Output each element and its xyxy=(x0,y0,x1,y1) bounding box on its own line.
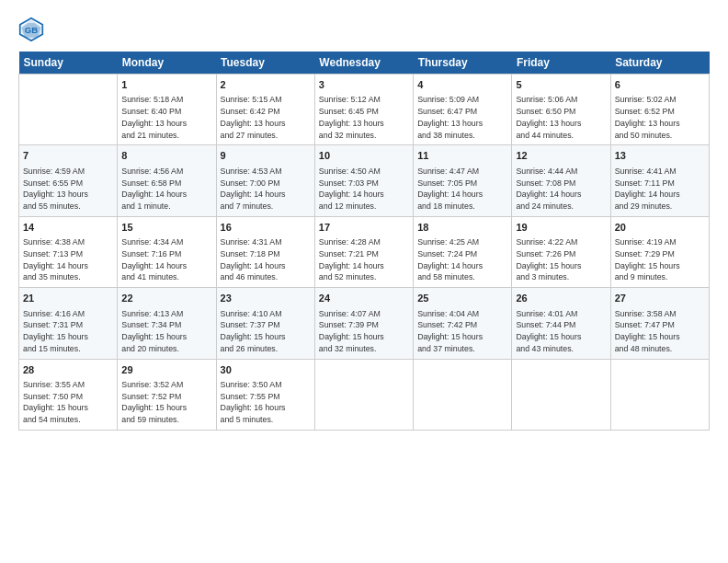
day-info: Sunrise: 4:01 AM Sunset: 7:44 PM Dayligh… xyxy=(516,308,606,355)
calendar-cell: 2Sunrise: 5:15 AM Sunset: 6:42 PM Daylig… xyxy=(216,75,314,145)
day-info: Sunrise: 5:15 AM Sunset: 6:42 PM Dayligh… xyxy=(221,94,311,141)
calendar-cell: 12Sunrise: 4:44 AM Sunset: 7:08 PM Dayli… xyxy=(512,145,610,216)
calendar-cell: 11Sunrise: 4:47 AM Sunset: 7:05 PM Dayli… xyxy=(414,145,512,216)
day-number: 23 xyxy=(221,292,311,305)
weekday-header-friday: Friday xyxy=(512,52,610,75)
calendar-cell: 18Sunrise: 4:25 AM Sunset: 7:24 PM Dayli… xyxy=(414,216,512,287)
svg-text:GB: GB xyxy=(25,25,38,35)
day-info: Sunrise: 4:53 AM Sunset: 7:00 PM Dayligh… xyxy=(221,166,311,213)
calendar-cell: 24Sunrise: 4:07 AM Sunset: 7:39 PM Dayli… xyxy=(314,288,413,359)
calendar-cell: 28Sunrise: 3:55 AM Sunset: 7:50 PM Dayli… xyxy=(19,359,118,430)
week-row-5: 28Sunrise: 3:55 AM Sunset: 7:50 PM Dayli… xyxy=(19,359,710,430)
day-number: 7 xyxy=(23,149,113,163)
calendar-table: SundayMondayTuesdayWednesdayThursdayFrid… xyxy=(18,52,710,431)
day-info: Sunrise: 4:34 AM Sunset: 7:16 PM Dayligh… xyxy=(121,236,211,283)
day-info: Sunrise: 5:06 AM Sunset: 6:50 PM Dayligh… xyxy=(516,94,606,141)
calendar-cell: 4Sunrise: 5:09 AM Sunset: 6:47 PM Daylig… xyxy=(414,75,512,145)
week-row-1: 1Sunrise: 5:18 AM Sunset: 6:40 PM Daylig… xyxy=(19,75,710,145)
logo-icon: GB xyxy=(18,17,44,42)
calendar-cell: 13Sunrise: 4:41 AM Sunset: 7:11 PM Dayli… xyxy=(610,145,709,216)
day-info: Sunrise: 3:55 AM Sunset: 7:50 PM Dayligh… xyxy=(23,379,113,426)
calendar-cell: 1Sunrise: 5:18 AM Sunset: 6:40 PM Daylig… xyxy=(118,75,216,145)
day-info: Sunrise: 4:41 AM Sunset: 7:11 PM Dayligh… xyxy=(615,166,705,213)
day-number: 24 xyxy=(319,292,409,305)
day-info: Sunrise: 4:19 AM Sunset: 7:29 PM Dayligh… xyxy=(615,236,705,283)
day-info: Sunrise: 4:22 AM Sunset: 7:26 PM Dayligh… xyxy=(516,236,606,283)
day-number: 13 xyxy=(615,149,705,163)
weekday-header-tuesday: Tuesday xyxy=(216,52,314,75)
day-info: Sunrise: 4:04 AM Sunset: 7:42 PM Dayligh… xyxy=(417,308,507,355)
day-number: 2 xyxy=(221,78,311,92)
day-info: Sunrise: 4:47 AM Sunset: 7:05 PM Dayligh… xyxy=(417,166,507,213)
day-info: Sunrise: 4:38 AM Sunset: 7:13 PM Dayligh… xyxy=(23,236,113,283)
day-number: 11 xyxy=(417,149,507,163)
calendar-cell: 27Sunrise: 3:58 AM Sunset: 7:47 PM Dayli… xyxy=(610,288,709,359)
calendar-cell: 17Sunrise: 4:28 AM Sunset: 7:21 PM Dayli… xyxy=(314,216,413,287)
day-info: Sunrise: 5:12 AM Sunset: 6:45 PM Dayligh… xyxy=(319,94,409,141)
day-number: 1 xyxy=(121,78,211,92)
calendar-cell: 15Sunrise: 4:34 AM Sunset: 7:16 PM Dayli… xyxy=(118,216,216,287)
calendar-cell xyxy=(19,75,118,145)
day-number: 26 xyxy=(516,292,606,305)
day-number: 30 xyxy=(221,363,311,377)
weekday-header-wednesday: Wednesday xyxy=(314,52,413,75)
day-info: Sunrise: 3:52 AM Sunset: 7:52 PM Dayligh… xyxy=(121,379,211,426)
calendar-cell: 16Sunrise: 4:31 AM Sunset: 7:18 PM Dayli… xyxy=(216,216,314,287)
calendar-cell: 25Sunrise: 4:04 AM Sunset: 7:42 PM Dayli… xyxy=(414,288,512,359)
day-info: Sunrise: 4:50 AM Sunset: 7:03 PM Dayligh… xyxy=(319,166,409,213)
day-number: 27 xyxy=(615,292,705,305)
calendar-cell: 20Sunrise: 4:19 AM Sunset: 7:29 PM Dayli… xyxy=(610,216,709,287)
calendar-cell: 14Sunrise: 4:38 AM Sunset: 7:13 PM Dayli… xyxy=(19,216,118,287)
day-number: 5 xyxy=(516,78,606,92)
calendar-cell xyxy=(512,359,610,430)
day-info: Sunrise: 4:07 AM Sunset: 7:39 PM Dayligh… xyxy=(319,308,409,355)
day-number: 21 xyxy=(23,292,113,305)
day-info: Sunrise: 4:59 AM Sunset: 6:55 PM Dayligh… xyxy=(23,166,113,213)
day-number: 25 xyxy=(417,292,507,305)
calendar-cell: 30Sunrise: 3:50 AM Sunset: 7:55 PM Dayli… xyxy=(216,359,314,430)
day-number: 22 xyxy=(121,292,211,305)
weekday-header-row: SundayMondayTuesdayWednesdayThursdayFrid… xyxy=(19,52,710,75)
calendar-cell: 29Sunrise: 3:52 AM Sunset: 7:52 PM Dayli… xyxy=(118,359,216,430)
day-number: 6 xyxy=(615,78,705,92)
day-info: Sunrise: 4:44 AM Sunset: 7:08 PM Dayligh… xyxy=(516,166,606,213)
weekday-header-thursday: Thursday xyxy=(414,52,512,75)
calendar-cell: 7Sunrise: 4:59 AM Sunset: 6:55 PM Daylig… xyxy=(19,145,118,216)
calendar-cell: 10Sunrise: 4:50 AM Sunset: 7:03 PM Dayli… xyxy=(314,145,413,216)
calendar-cell xyxy=(610,359,709,430)
calendar-cell: 21Sunrise: 4:16 AM Sunset: 7:31 PM Dayli… xyxy=(19,288,118,359)
calendar-cell: 6Sunrise: 5:02 AM Sunset: 6:52 PM Daylig… xyxy=(610,75,709,145)
day-number: 10 xyxy=(319,149,409,163)
day-number: 15 xyxy=(121,221,211,235)
day-number: 9 xyxy=(221,149,311,163)
calendar-cell: 22Sunrise: 4:13 AM Sunset: 7:34 PM Dayli… xyxy=(118,288,216,359)
day-number: 4 xyxy=(417,78,507,92)
day-info: Sunrise: 4:56 AM Sunset: 6:58 PM Dayligh… xyxy=(121,166,211,213)
day-info: Sunrise: 4:31 AM Sunset: 7:18 PM Dayligh… xyxy=(221,236,311,283)
weekday-header-monday: Monday xyxy=(118,52,216,75)
day-number: 28 xyxy=(23,363,113,377)
day-info: Sunrise: 4:16 AM Sunset: 7:31 PM Dayligh… xyxy=(23,308,113,355)
calendar-cell: 19Sunrise: 4:22 AM Sunset: 7:26 PM Dayli… xyxy=(512,216,610,287)
day-info: Sunrise: 4:13 AM Sunset: 7:34 PM Dayligh… xyxy=(121,308,211,355)
weekday-header-sunday: Sunday xyxy=(19,52,118,75)
day-info: Sunrise: 4:28 AM Sunset: 7:21 PM Dayligh… xyxy=(319,236,409,283)
weekday-header-saturday: Saturday xyxy=(610,52,709,75)
day-info: Sunrise: 5:09 AM Sunset: 6:47 PM Dayligh… xyxy=(417,94,507,141)
day-number: 12 xyxy=(516,149,606,163)
day-number: 19 xyxy=(516,221,606,235)
day-number: 20 xyxy=(615,221,705,235)
day-info: Sunrise: 4:10 AM Sunset: 7:37 PM Dayligh… xyxy=(221,308,311,355)
day-info: Sunrise: 5:18 AM Sunset: 6:40 PM Dayligh… xyxy=(121,94,211,141)
day-info: Sunrise: 3:58 AM Sunset: 7:47 PM Dayligh… xyxy=(615,308,705,355)
day-info: Sunrise: 5:02 AM Sunset: 6:52 PM Dayligh… xyxy=(615,94,705,141)
calendar-cell xyxy=(314,359,413,430)
calendar-cell: 3Sunrise: 5:12 AM Sunset: 6:45 PM Daylig… xyxy=(314,75,413,145)
logo: GB xyxy=(18,17,48,42)
day-number: 29 xyxy=(121,363,211,377)
day-number: 16 xyxy=(221,221,311,235)
day-info: Sunrise: 4:25 AM Sunset: 7:24 PM Dayligh… xyxy=(417,236,507,283)
calendar-cell: 26Sunrise: 4:01 AM Sunset: 7:44 PM Dayli… xyxy=(512,288,610,359)
week-row-2: 7Sunrise: 4:59 AM Sunset: 6:55 PM Daylig… xyxy=(19,145,710,216)
day-number: 8 xyxy=(121,149,211,163)
